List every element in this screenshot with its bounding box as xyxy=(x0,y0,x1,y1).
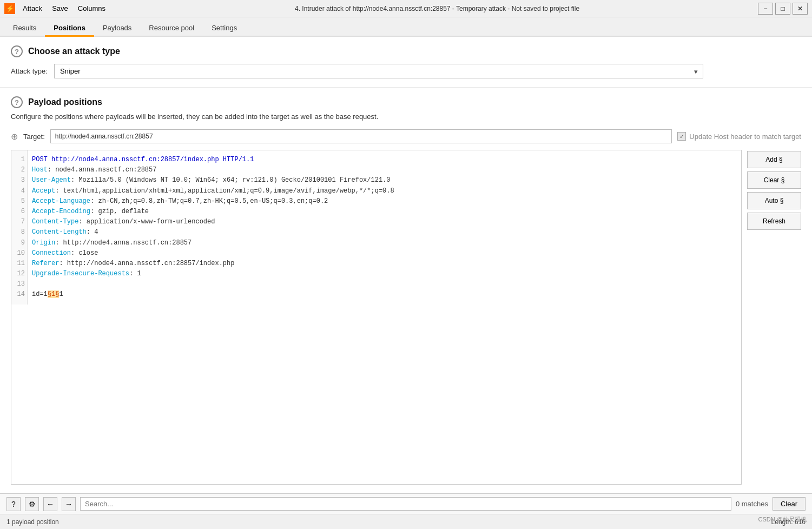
payload-positions-title: Payload positions xyxy=(28,97,102,107)
code-content: POST http://node4.anna.nssctf.cn:28857/i… xyxy=(28,150,741,305)
target-crosshair-icon: ⊕ xyxy=(11,131,18,142)
tab-positions[interactable]: Positions xyxy=(45,21,94,37)
clear-section-button[interactable]: Clear § xyxy=(747,171,801,189)
line-numbers: 12345 678910 11121314 xyxy=(11,150,28,305)
tab-bar: Results Positions Payloads Resource pool… xyxy=(0,17,812,37)
menu-save[interactable]: Save xyxy=(48,3,72,14)
tab-resource-pool[interactable]: Resource pool xyxy=(140,21,203,37)
title-bar-menus: Attack Save Columns xyxy=(18,3,110,14)
attack-type-label: Attack type: xyxy=(11,67,48,75)
refresh-button[interactable]: Refresh xyxy=(747,213,801,230)
payload-positions-title-row: ? Payload positions xyxy=(11,96,801,108)
attack-type-section: ? Choose an attack type Attack type: Sni… xyxy=(0,37,812,88)
watermark: CSDN @妙尺瑶机 xyxy=(758,515,807,524)
side-buttons: Add § Clear § Auto § Refresh xyxy=(747,150,801,485)
code-editor[interactable]: 12345 678910 11121314 POST http://node4.… xyxy=(11,150,742,485)
tab-payloads[interactable]: Payloads xyxy=(94,21,140,37)
menu-columns[interactable]: Columns xyxy=(74,3,110,14)
payload-position-count: 1 payload position xyxy=(6,518,59,526)
attack-type-row: Attack type: Sniper Battering ram Pitchf… xyxy=(11,64,801,78)
minimize-button[interactable]: − xyxy=(758,3,773,15)
attack-type-title: Choose an attack type xyxy=(28,47,120,56)
title-bar: ⚡ Attack Save Columns 4. Intruder attack… xyxy=(0,0,812,17)
bottom-forward-button[interactable]: → xyxy=(62,497,76,511)
auto-section-button[interactable]: Auto § xyxy=(747,192,801,209)
code-lines: 12345 678910 11121314 POST http://node4.… xyxy=(11,150,741,305)
payload-positions-description: Configure the positions where payloads w… xyxy=(11,113,801,121)
update-host-row: ✓ Update Host header to match target xyxy=(677,132,801,141)
close-button[interactable]: ✕ xyxy=(793,3,808,15)
app-icon: ⚡ xyxy=(4,3,15,14)
maximize-button[interactable]: □ xyxy=(775,3,790,15)
bottom-settings-button[interactable]: ⚙ xyxy=(25,497,39,511)
bottom-clear-button[interactable]: Clear xyxy=(773,497,806,511)
status-bar: 1 payload position Length: 616 xyxy=(0,514,812,529)
window-controls: − □ ✕ xyxy=(758,3,808,15)
attack-type-help-icon[interactable]: ? xyxy=(11,45,23,57)
target-row: ⊕ Target: ✓ Update Host header to match … xyxy=(11,129,801,143)
main-content: ? Choose an attack type Attack type: Sni… xyxy=(0,37,812,493)
attack-type-select-wrapper: Sniper Battering ram Pitchfork Cluster b… xyxy=(54,64,703,78)
attack-type-title-row: ? Choose an attack type xyxy=(11,45,801,57)
tab-results[interactable]: Results xyxy=(4,21,45,37)
add-section-button[interactable]: Add § xyxy=(747,151,801,168)
editor-area: 12345 678910 11121314 POST http://node4.… xyxy=(11,150,801,485)
update-host-checkbox[interactable]: ✓ xyxy=(677,132,686,141)
attack-type-select[interactable]: Sniper Battering ram Pitchfork Cluster b… xyxy=(54,64,703,78)
payload-positions-section: ? Payload positions Configure the positi… xyxy=(0,88,812,493)
payload-positions-help-icon[interactable]: ? xyxy=(11,96,23,108)
tab-settings[interactable]: Settings xyxy=(203,21,246,37)
target-input[interactable] xyxy=(50,129,672,143)
menu-attack[interactable]: Attack xyxy=(18,3,47,14)
bottom-bar: ? ⚙ ← → 0 matches Clear xyxy=(0,493,812,514)
window-title: 4. Intruder attack of http://node4.anna.… xyxy=(116,5,758,12)
matches-label: 0 matches xyxy=(736,500,768,508)
bottom-back-button[interactable]: ← xyxy=(43,497,57,511)
target-label: Target: xyxy=(23,133,45,141)
update-host-label: Update Host header to match target xyxy=(689,133,801,141)
search-input-wrap xyxy=(80,497,731,511)
search-input[interactable] xyxy=(80,497,731,511)
bottom-help-button[interactable]: ? xyxy=(6,497,21,511)
